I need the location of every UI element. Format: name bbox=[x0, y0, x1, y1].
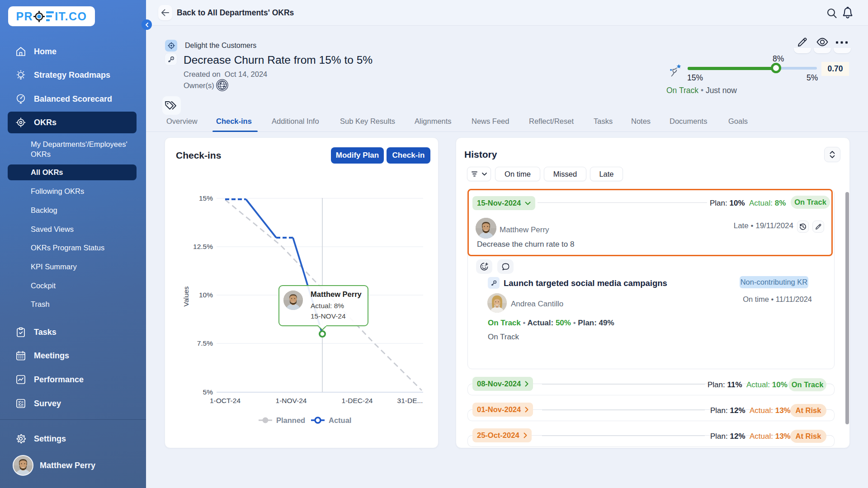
svg-text:Actual: 8%: Actual: 8% bbox=[311, 302, 344, 310]
svg-text:Values: Values bbox=[182, 286, 190, 307]
svg-text:5%: 5% bbox=[203, 388, 213, 396]
svg-text:Planned: Planned bbox=[276, 416, 305, 424]
svg-text:1-DEC-24: 1-DEC-24 bbox=[342, 397, 373, 404]
svg-text:7.5%: 7.5% bbox=[197, 339, 213, 347]
svg-text:15%: 15% bbox=[199, 194, 213, 202]
svg-text:10%: 10% bbox=[199, 291, 213, 299]
svg-text:Actual: Actual bbox=[329, 416, 351, 424]
svg-text:12.5%: 12.5% bbox=[193, 243, 213, 250]
svg-text:15-NOV-24: 15-NOV-24 bbox=[311, 312, 346, 320]
svg-text:1-NOV-24: 1-NOV-24 bbox=[276, 397, 307, 404]
svg-text:31-DE...: 31-DE... bbox=[397, 397, 423, 404]
svg-text:Matthew Perry: Matthew Perry bbox=[311, 290, 362, 298]
svg-text:1-OCT-24: 1-OCT-24 bbox=[210, 397, 241, 404]
